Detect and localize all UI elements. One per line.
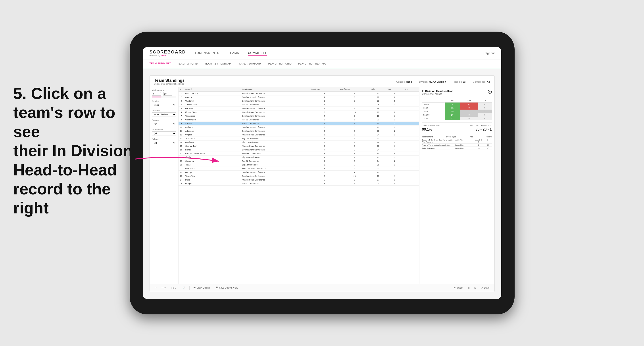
table-row[interactable]: 3 Vanderbilt Southeastern Conference 2 8… [178,99,419,103]
filter-gender: Gender: Men's [396,80,412,83]
standings-table: # School Conference Reg Rank Conf Rank R… [178,87,419,185]
table-row[interactable]: 9 Arizona Pac-12 Conference 5 8 30 1 [178,122,419,126]
table-row[interactable]: 8 Washington Pac-12 Conference 2 8 23 1 [178,118,419,122]
cell-conference: Pac-12 Conference [241,118,310,122]
table-row[interactable]: 19 California Pac-12 Conference 4 8 24 2 [178,159,419,163]
subnav-player-h2h-heatmap[interactable]: PLAYER H2H HEATMAP [298,61,328,66]
nav-teams[interactable]: TEAMS [228,50,239,56]
h2h-cell-loss: 13 [460,103,478,106]
share-label: Share [484,287,490,289]
tournament-row-2[interactable]: Arizona Thunderbirds Intercollegiate Str… [422,144,492,147]
cell-rds: 23 [370,156,386,159]
table-row[interactable]: 6 Florida State Atlantic Coast Conferenc… [178,111,419,114]
toolbar-grid-btn[interactable]: ⊞ [473,286,478,290]
table-row[interactable]: 16 Florida Southeastern Conference 7 9 2… [178,148,419,152]
subnav-team-h2h-grid[interactable]: TEAM H2H GRID [178,61,198,66]
table-row[interactable]: 7 Tennessee Southeastern Conference 4 6 … [178,114,419,118]
right-panel: In Division Head-to-Head University of A… [419,87,494,284]
filter-range-sep: - [162,93,162,95]
table-row[interactable]: 17 East Tennessee State Southern Confere… [178,152,419,156]
cell-win [403,126,419,129]
table-row[interactable]: 15 Georgia Tech Atlantic Coast Conferenc… [178,144,419,148]
toolbar-clock[interactable]: 🕐 [182,286,187,290]
close-button[interactable]: ✕ [488,90,492,94]
cell-tour: 3 [386,156,403,159]
cell-win [403,118,419,122]
cell-win [403,167,419,171]
min-rounds-max-input[interactable] [163,92,172,96]
cell-tour: 2 [386,167,403,171]
cell-rds: 27 [370,95,386,99]
table-row[interactable]: 21 New Mexico Mountain West Conference 1… [178,167,419,171]
cell-conf-rank: 8 [339,159,370,163]
nav-tournaments[interactable]: TOURNAMENTS [195,50,219,56]
toolbar-save-custom[interactable]: 💾 Save Custom View [214,286,239,290]
opponents-label: Opponents in division: [422,124,442,127]
table-row[interactable]: 1 North Carolina Atlantic Coast Conferen… [178,92,419,95]
table-row[interactable]: 5 Ole Miss Southeastern Conference 3 6 1… [178,107,419,111]
table-row[interactable]: 23 Texas A&M Southeastern Conference 9 1… [178,174,419,178]
table-row[interactable]: 2 Auburn Southeastern Conference 1 9 27 … [178,95,419,99]
tournament-row-3[interactable]: Cabo Collegiate Stroke Play 11 17 [422,147,492,150]
h2h-cell-tie: 0 [478,113,492,117]
table-row[interactable]: 10 Alabama Southeastern Conference 5 8 2… [178,126,419,129]
cell-conf-rank: 8 [339,126,370,129]
tourn-name-3: Cabo Collegiate [422,147,453,149]
table-row[interactable]: 18 Illinois Big Ten Conference 1 9 23 3 [178,156,419,159]
panel-title: Team Standings [154,78,185,83]
table-row[interactable]: 13 Texas Tech Big 12 Conference 1 9 27 2 [178,137,419,141]
tourn-col-pos: Pos [470,136,473,138]
h2h-cell-win: 25 [445,110,460,113]
conference-select[interactable]: (All) [152,132,176,136]
min-rounds-slider[interactable] [152,97,176,97]
share-icon: ↗ [481,287,483,289]
cell-win [403,111,419,114]
toolbar-undo[interactable]: ↩ [153,286,158,290]
subnav-team-summary[interactable]: TEAM SUMMARY [150,61,171,66]
panel-header: Team Standings Update time: 27/03/2024 1… [150,76,494,87]
watch-label: Watch [457,287,463,289]
cell-reg-rank: 5 [310,122,339,126]
table-row[interactable]: 11 Arkansas Southeastern Conference 6 8 … [178,129,419,133]
table-row[interactable]: 14 Oklahoma Big 12 Conference 2 9 26 2 [178,141,419,144]
cell-rds: 18 [370,174,386,178]
cell-rank: 4 [178,103,184,107]
division-select[interactable]: NCAA Division I [152,112,176,116]
subnav-player-h2h-grid[interactable]: PLAYER H2H GRID [268,61,292,66]
subnav-player-summary[interactable]: PLAYER SUMMARY [238,61,262,66]
gender-select[interactable]: Men's [152,103,176,107]
school-select[interactable]: (All) [152,141,176,145]
region-select[interactable]: N/A [152,122,176,126]
cell-rank: 6 [178,111,184,114]
cell-reg-rank: 2 [310,99,339,103]
sign-out[interactable]: | Sign out [484,52,494,55]
table-row[interactable]: 24 Duke Atlantic Coast Conference 5 9 27… [178,178,419,182]
table-row[interactable]: 4 Arizona State Pac-12 Conference 4 9 26… [178,103,419,107]
tourn-type-1: Match Play [455,139,474,141]
nav-committee[interactable]: COMMITTEE [248,50,267,56]
table-row[interactable]: 12 Virginia Atlantic Coast Conference 3 … [178,133,419,137]
cell-school: Illinois [184,156,241,159]
h2h-th-loss: Loss [460,99,478,103]
cell-reg-rank: 1 [310,92,339,95]
toolbar-share[interactable]: ↗ Share [480,286,491,290]
tourn-name-2: Arizona Thunderbirds Intercollegiate [422,144,453,146]
cell-reg-rank: 4 [310,144,339,148]
cell-conf-rank: 8 [339,99,370,103]
table-row[interactable]: 25 Oregon Pac-12 Conference 5 7 21 0 [178,182,419,185]
toolbar-watch[interactable]: 👁 Watch [452,286,464,290]
table-row[interactable]: 20 Texas Big 12 Conference 3 7 20 3 [178,163,419,167]
cell-rank: 2 [178,95,184,99]
min-rounds-min-input[interactable] [152,92,161,96]
cell-conference: Southern Conference [241,152,310,156]
tournament-row-1[interactable]: Jackson T. Stephens Cup Men's Match-Play… [422,139,492,144]
toolbar-view-original[interactable]: 👁 View: Original [192,286,212,290]
cell-reg-rank: 3 [310,107,339,111]
toolbar-copy-btn[interactable]: ⧉ [466,286,471,290]
app-panel: Team Standings Update time: 27/03/2024 1… [150,75,495,292]
sub-nav: TEAM SUMMARY TEAM H2H GRID TEAM H2H HEAT… [143,59,501,68]
cell-rds: 27 [370,137,386,141]
table-row[interactable]: 22 Georgia Southeastern Conference 8 7 2… [178,171,419,174]
subnav-team-h2h-heatmap[interactable]: TEAM H2H HEATMAP [205,61,231,66]
cell-tour: 1 [386,122,403,126]
